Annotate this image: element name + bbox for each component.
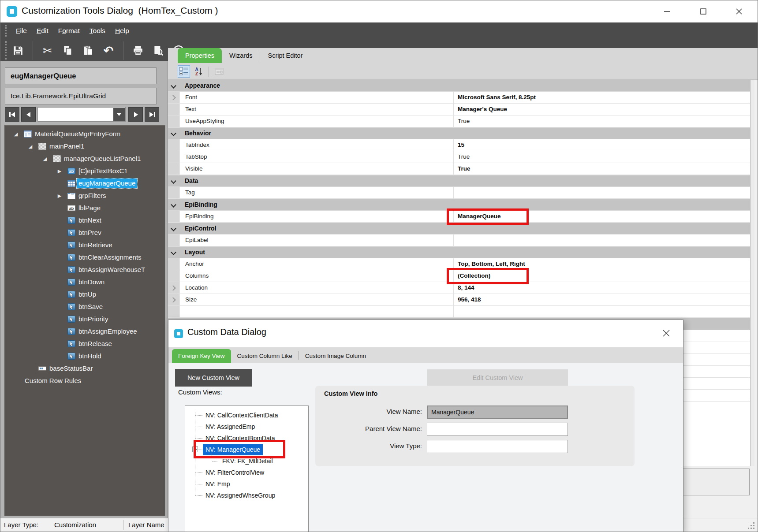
chevron-down-icon (171, 83, 176, 89)
view-item-nv-filtercontrolview[interactable]: NV: FilterControlView (203, 467, 267, 478)
new-custom-view-button[interactable]: New Custom View (175, 369, 252, 387)
tree-item-btnclearassignments[interactable]: btnClearAssignments (77, 253, 143, 262)
property-name: Tag (180, 187, 454, 198)
close-button[interactable] (729, 0, 749, 22)
menu-format[interactable]: Format (53, 27, 85, 35)
tree-item-mainpanel1[interactable]: mainPanel1 (48, 141, 86, 151)
tree-item-btnassignwarehouset[interactable]: btnAssignWarehouseT (77, 265, 147, 275)
parent-view-name-field[interactable] (427, 423, 568, 436)
minimize-button[interactable] (657, 0, 677, 22)
tree-collapsed-icon[interactable]: ▶ (56, 190, 63, 202)
category-row-data: Data (168, 175, 750, 187)
tree-item-eugmanagerqueue[interactable]: eugManagerQueue (77, 179, 137, 188)
tree-item-btnretrieve[interactable]: btnRetrieve (77, 240, 114, 250)
property-row-tag[interactable]: Tag (168, 187, 750, 199)
tree-collapsed-icon[interactable]: ▶ (56, 165, 63, 177)
tree-expanded-icon[interactable]: ◢ (27, 140, 34, 153)
property-row-tabindex[interactable]: TabIndex15 (168, 139, 750, 151)
chevron-down-icon (171, 202, 176, 208)
nav-prev-button[interactable] (21, 107, 36, 122)
dialog-title-bar: Custom Data Dialog (168, 320, 683, 347)
tree-item-materialqueuemgrentryform[interactable]: MaterialQueueMgrEntryForm (33, 129, 122, 139)
category-name: EpiControl (179, 223, 217, 234)
menu-help[interactable]: Help (110, 27, 134, 35)
tree-item-btnprev[interactable]: btnPrev (77, 228, 103, 238)
paste-icon[interactable] (80, 42, 96, 59)
tree-item-custom-row-rules[interactable]: Custom Row Rules (23, 376, 83, 386)
view-item-nv-assignedemp[interactable]: NV: AssignedEmp (203, 421, 258, 432)
property-grid-toolbar: AZ (168, 63, 758, 80)
alphabetical-sort-icon[interactable]: AZ (193, 65, 205, 78)
tree-item-grpfilters[interactable]: grpFilters (77, 191, 108, 201)
grid-scrollbar[interactable] (750, 80, 754, 466)
property-row-useappstyling[interactable]: UseAppStylingTrue (168, 115, 750, 127)
dialog-tab-strip: Foreign Key ViewCustom Column LikeCustom… (168, 347, 683, 363)
dialog-close-icon[interactable] (659, 326, 673, 340)
tree-item-managerqueuelistpanel1[interactable]: managerQueueListPanel1 (62, 154, 142, 164)
tree-expanded-icon[interactable]: ◢ (41, 153, 49, 165)
chevron-down-icon[interactable] (113, 108, 125, 121)
property-row-blank[interactable] (168, 306, 750, 318)
control-name-box[interactable]: eugManagerQueue (5, 67, 157, 84)
chevron-right-icon[interactable] (170, 285, 176, 291)
view-item-nv-assignedwhsegroup[interactable]: NV: AssignedWhseGroup (203, 490, 278, 501)
dialog-tab-custom-column-like[interactable]: Custom Column Like (231, 349, 299, 363)
category-gutter[interactable] (168, 80, 179, 91)
tab-script-editor[interactable]: Script Editor (260, 48, 310, 63)
save-icon[interactable] (10, 42, 26, 59)
copy-icon[interactable] (60, 42, 76, 59)
property-row-size[interactable]: Size956, 418 (168, 294, 750, 306)
property-row-tabstop[interactable]: TabStopTrue (168, 151, 750, 163)
row-gutter (168, 234, 180, 246)
custom-views-listbox[interactable]: NV: CallContextClientDataNV: AssignedEmp… (185, 406, 309, 532)
tree-item-lblpage[interactable]: lblPage (77, 203, 102, 213)
toolbar-separator (123, 41, 123, 60)
control-type-box[interactable]: Ice.Lib.Framework.EpiUltraGrid (5, 88, 157, 104)
menu-file[interactable]: File (11, 27, 32, 35)
record-combo[interactable] (37, 107, 126, 122)
category-gutter[interactable] (168, 175, 179, 186)
dialog-tab-foreign-key-view[interactable]: Foreign Key View (172, 349, 231, 363)
menu-edit[interactable]: Edit (32, 27, 53, 35)
property-row-visible[interactable]: VisibleTrue (168, 163, 750, 175)
view-item-nv-emp[interactable]: NV: Emp (203, 478, 233, 490)
nav-first-button[interactable] (5, 107, 19, 122)
tree-item-btnrelease[interactable]: btnRelease (77, 339, 114, 349)
view-item-nv-callcontextclientdata[interactable]: NV: CallContextClientData (203, 409, 280, 421)
cut-icon[interactable]: ✂ (40, 42, 56, 59)
property-row-epilabel[interactable]: EpiLabel (168, 234, 750, 246)
tree-item-btnnext[interactable]: btnNext (77, 216, 103, 225)
print-preview-icon[interactable] (150, 42, 166, 59)
nav-last-button[interactable] (145, 107, 159, 122)
category-gutter[interactable] (168, 223, 179, 234)
category-gutter[interactable] (168, 247, 179, 258)
resize-grip[interactable] (753, 528, 754, 529)
property-row-font[interactable]: FontMicrosoft Sans Serif, 8.25pt (168, 92, 750, 104)
tree-item-btnhold[interactable]: btnHold (77, 351, 103, 361)
category-gutter[interactable] (168, 128, 179, 139)
chevron-right-icon[interactable] (170, 95, 176, 100)
print-icon[interactable] (130, 42, 146, 59)
tab-wizards[interactable]: Wizards (222, 48, 260, 63)
categorized-view-icon[interactable] (178, 65, 190, 78)
property-row-text[interactable]: TextManager's Queue (168, 104, 750, 115)
dialog-tab-custom-image-column[interactable]: Custom Image Column (299, 349, 372, 363)
menu-tools[interactable]: Tools (85, 27, 110, 35)
chevron-right-icon[interactable] (170, 297, 176, 303)
undo-icon[interactable]: ↶ (101, 42, 116, 59)
nav-next-button[interactable] (128, 107, 143, 122)
tree-expanded-icon[interactable]: ◢ (12, 128, 19, 140)
category-gutter[interactable] (168, 199, 179, 210)
tree-item-c-epitextboxc1[interactable]: [C]epiTextBoxC1 (77, 166, 130, 176)
tree-item-btnsave[interactable]: btnSave (77, 302, 105, 312)
tree-item-btnup[interactable]: btnUp (77, 290, 98, 299)
svg-text:XY: XY (71, 193, 75, 195)
tree-item-btnassignemployee[interactable]: btnAssignEmployee (77, 327, 139, 336)
maximize-button[interactable] (693, 0, 713, 22)
tree-item-btnpriority[interactable]: btnPriority (77, 314, 110, 324)
view-type-field[interactable] (427, 440, 568, 453)
tab-properties[interactable]: Properties (178, 48, 222, 63)
tree-item-btndown[interactable]: btnDown (77, 277, 106, 287)
tree-item-basestatusbar[interactable]: baseStatusBar (48, 364, 94, 373)
textbox-icon: ab (67, 167, 75, 175)
